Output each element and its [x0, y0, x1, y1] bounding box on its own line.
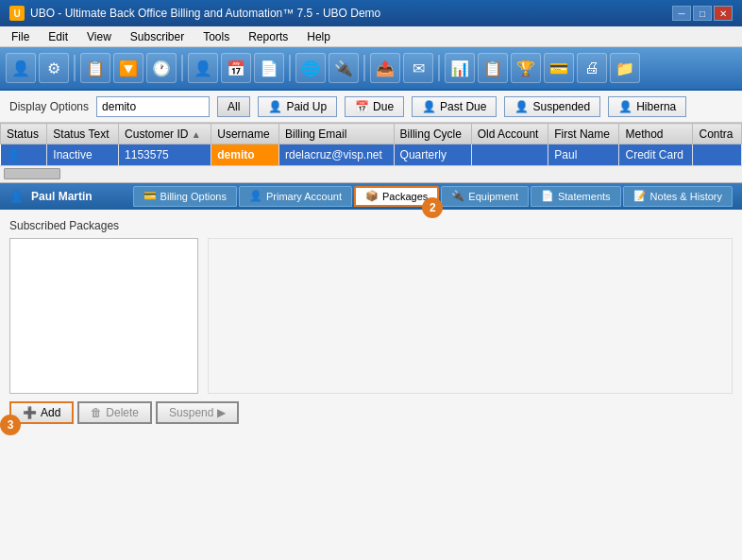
title-bar: U UBO - Ultimate Back Office Billing and… [0, 0, 742, 26]
filter-all-btn[interactable]: All [217, 96, 250, 117]
row-method: Credit Card [619, 144, 693, 165]
menu-tools[interactable]: Tools [199, 29, 233, 44]
row-billing-email: rdelacruz@visp.net [278, 144, 394, 165]
add-button[interactable]: ➕ Add 3 [9, 401, 74, 424]
toolbar-export-btn[interactable]: 📤 [370, 53, 400, 83]
tab-notes-history[interactable]: 📝 Notes & History [623, 186, 733, 207]
filter-suspended-label: Suspended [532, 100, 590, 113]
col-header-contra[interactable]: Contra [693, 124, 742, 144]
filter-due-icon: 📅 [355, 100, 369, 113]
filter-suspended-btn[interactable]: 👤 Suspended [504, 96, 600, 117]
toolbar-mail-btn[interactable]: ✉ [403, 53, 433, 83]
search-input[interactable] [96, 96, 210, 117]
close-button[interactable]: ✕ [714, 6, 733, 21]
col-header-billing-cycle[interactable]: Billing Cycle [394, 124, 471, 144]
detail-header: 👤 Paul Martin 💳 Billing Options 👤 Primar… [0, 183, 742, 210]
suspend-button[interactable]: Suspend ▶ [156, 401, 239, 424]
toolbar-clock-btn[interactable]: 🕐 [146, 53, 177, 83]
tab-notes-label: Notes & History [650, 191, 722, 202]
toolbar-clipboard-btn[interactable]: 📋 [80, 53, 110, 83]
menu-file[interactable]: File [8, 29, 33, 44]
tab-statements[interactable]: 📄 Statements [531, 186, 621, 207]
menu-edit[interactable]: Edit [44, 29, 72, 44]
tab-primary-account[interactable]: 👤 Primary Account [239, 186, 352, 207]
tab-billing-options[interactable]: 💳 Billing Options [133, 186, 237, 207]
filter-pastdue-icon: 👤 [422, 100, 436, 113]
tab-billing-icon: 💳 [143, 190, 157, 202]
menu-subscriber[interactable]: Subscriber [126, 29, 188, 44]
col-header-first-name[interactable]: First Name [548, 124, 619, 144]
col-header-billing-email[interactable]: Billing Email [278, 124, 394, 144]
tab-primary-label: Primary Account [266, 191, 342, 202]
subscribed-packages-list[interactable] [9, 238, 198, 394]
menu-help[interactable]: Help [303, 29, 334, 44]
toolbar-report-btn[interactable]: 📋 [478, 53, 508, 83]
toolbar-settings-btn[interactable]: ⚙ [39, 53, 69, 83]
toolbar-award-btn[interactable]: 🏆 [511, 53, 541, 83]
tab-equipment[interactable]: 🔌 Equipment [441, 186, 529, 207]
display-options-label: Display Options [9, 100, 89, 113]
toolbar: 👤 ⚙ 📋 🔽 🕐 👤 📅 📄 🌐 🔌 📤 ✉ 📊 📋 🏆 💳 🖨 📁 [0, 47, 742, 91]
toolbar-sep-1 [74, 55, 76, 81]
col-header-method[interactable]: Method [619, 124, 693, 144]
toolbar-card-btn[interactable]: 💳 [544, 53, 574, 83]
col-header-status-text[interactable]: Status Text [47, 124, 119, 144]
table-row[interactable]: 👤 Inactive 1153575 demito rdelacruz@visp… [1, 144, 742, 165]
toolbar-plugin-btn[interactable]: 🔌 [329, 53, 359, 83]
filter-paidup-btn[interactable]: 👤 Paid Up [258, 96, 337, 117]
table-scrollbar[interactable] [0, 166, 742, 183]
suspend-label: Suspend ▶ [169, 406, 226, 419]
menu-bar: File Edit View Subscriber Tools Reports … [0, 26, 742, 47]
subscriber-table: Status Status Text Customer ID ▲ Usernam… [0, 123, 742, 165]
status-icon: 👤 [7, 148, 21, 161]
menu-reports[interactable]: Reports [245, 29, 292, 44]
tab-notes-icon: 📝 [633, 190, 647, 202]
display-options-bar: Display Options All 👤 Paid Up 📅 Due 👤 Pa… [0, 91, 742, 123]
filter-paidup-label: Paid Up [286, 100, 327, 113]
add-icon: ➕ [23, 406, 37, 419]
toolbar-calendar-btn[interactable]: 📅 [221, 53, 251, 83]
scroll-thumb [4, 168, 60, 179]
minimize-button[interactable]: ─ [672, 6, 691, 21]
tab-billing-label: Billing Options [160, 191, 227, 202]
row-status-icon: 👤 [1, 144, 47, 165]
window-title: UBO - Ultimate Back Office Billing and A… [30, 7, 380, 20]
add-label: Add [41, 406, 60, 419]
filter-pastdue-btn[interactable]: 👤 Past Due [412, 96, 497, 117]
tab-packages-label: Packages [382, 191, 428, 202]
tab-equipment-label: Equipment [468, 191, 518, 202]
col-header-customer-id[interactable]: Customer ID ▲ [119, 124, 211, 144]
filter-hiberna-btn[interactable]: 👤 Hiberna [608, 96, 686, 117]
data-table-container: Status Status Text Customer ID ▲ Usernam… [0, 123, 742, 166]
toolbar-filter-btn[interactable]: 🔽 [113, 53, 143, 83]
toolbar-globe-btn[interactable]: 🌐 [295, 53, 326, 83]
delete-button[interactable]: 🗑 Delete [77, 401, 152, 424]
toolbar-print-btn[interactable]: 🖨 [577, 53, 607, 83]
window-controls: ─ □ ✕ [672, 6, 733, 21]
toolbar-folder-btn[interactable]: 📁 [610, 53, 640, 83]
col-header-status[interactable]: Status [1, 124, 47, 144]
toolbar-user2-btn[interactable]: 👤 [188, 53, 218, 83]
tab-statements-icon: 📄 [541, 190, 554, 202]
col-header-username[interactable]: Username [211, 124, 279, 144]
tab-packages[interactable]: 📦 Packages 2 [354, 186, 439, 207]
packages-right-panel [208, 238, 733, 394]
row-first-name: Paul [548, 144, 619, 165]
filter-hiberna-icon: 👤 [618, 100, 632, 113]
maximize-button[interactable]: □ [693, 6, 712, 21]
menu-view[interactable]: View [83, 29, 115, 44]
main-layout: Display Options All 👤 Paid Up 📅 Due 👤 Pa… [0, 91, 742, 560]
toolbar-subscriber-btn[interactable]: 👤 [6, 53, 36, 83]
detail-customer-name: Paul Martin [31, 190, 93, 203]
filter-due-btn[interactable]: 📅 Due [345, 96, 404, 117]
row-billing-cycle: Quarterly [394, 144, 471, 165]
badge-2: 2 [422, 197, 443, 218]
toolbar-chart-btn[interactable]: 📊 [445, 53, 475, 83]
toolbar-document-btn[interactable]: 📄 [254, 53, 284, 83]
col-header-old-account[interactable]: Old Account [471, 124, 548, 144]
tab-statements-label: Statements [558, 191, 611, 202]
delete-icon: 🗑 [91, 406, 102, 419]
filter-suspended-icon: 👤 [514, 100, 529, 113]
row-username: demito [211, 144, 279, 165]
toolbar-sep-5 [438, 55, 440, 81]
